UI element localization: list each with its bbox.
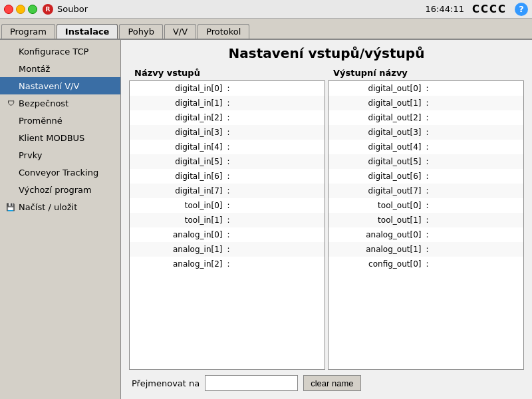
vychozi-icon — [5, 184, 16, 195]
outputs-scroll[interactable]: digital_out[0] : digital_out[1] : digita… — [329, 81, 523, 369]
input-row[interactable]: digital_in[0] : — [130, 81, 325, 96]
tab-program[interactable]: Program — [1, 24, 55, 39]
modbus-icon — [5, 132, 16, 143]
sidebar-label-vychozi-program: Výchozí program — [19, 185, 92, 195]
output-row[interactable]: analog_out[1] : — [329, 242, 523, 257]
sidebar-label-konfigurace-tcp: Konfigurace TCP — [19, 47, 88, 57]
io-row-name: digital_in[6] — [132, 172, 225, 181]
sidebar-item-nastaveni-vv[interactable]: Nastavení V/V — [0, 77, 120, 94]
content-area: Nastavení vstupů/výstupů Názvy vstupů di… — [121, 40, 532, 399]
outputs-section: Výstupní názvy digital_out[0] : digital_… — [328, 68, 524, 370]
io-row-name: digital_out[3] — [331, 128, 424, 137]
output-row[interactable]: digital_out[3] : — [329, 125, 523, 140]
output-row[interactable]: analog_out[0] : — [329, 227, 523, 242]
sidebar-label-nastaveni-vv: Nastavení V/V — [19, 81, 79, 91]
sidebar-label-promenne: Proměnné — [19, 116, 63, 126]
close-button[interactable] — [4, 5, 13, 14]
sidebar: Konfigurace TCP Montáž Nastavení V/V 🛡 B… — [0, 40, 121, 399]
io-row-name: digital_out[2] — [331, 113, 424, 122]
input-row[interactable]: analog_in[0] : — [130, 227, 325, 242]
rename-input[interactable] — [205, 375, 298, 391]
conveyor-icon — [5, 167, 16, 178]
sidebar-item-bezpecnost[interactable]: 🛡 Bezpečnost — [0, 94, 120, 112]
io-row-name: analog_out[1] — [331, 245, 424, 254]
input-row[interactable]: tool_in[1] : — [130, 213, 325, 227]
titlebar-right: 16:44:11 CCCC ? — [426, 3, 528, 16]
tab-pohyb[interactable]: Pohyb — [119, 24, 163, 39]
page-title: Nastavení vstupů/výstupů — [129, 45, 524, 61]
clear-name-button[interactable]: clear name — [303, 375, 360, 391]
tab-vv[interactable]: V/V — [164, 24, 196, 39]
vv-icon — [5, 80, 16, 91]
output-row[interactable]: digital_out[4] : — [329, 140, 523, 154]
io-row-name: config_out[0] — [331, 259, 424, 269]
maximize-button[interactable] — [28, 5, 37, 14]
sidebar-item-klient-modbus[interactable]: Klient MODBUS — [0, 129, 120, 146]
sidebar-item-prvky[interactable]: Prvky — [0, 146, 120, 164]
input-row[interactable]: digital_in[1] : — [130, 96, 325, 110]
tab-protokol[interactable]: Protokol — [198, 24, 249, 39]
promenne-icon — [5, 115, 16, 126]
io-row-name: digital_in[3] — [132, 128, 225, 137]
sidebar-label-conveyor-tracking: Conveyor Tracking — [19, 168, 98, 178]
sidebar-item-vychozi-program[interactable]: Výchozí program — [0, 181, 120, 198]
io-row-name: digital_in[1] — [132, 98, 225, 108]
sidebar-item-nacist-ulozit[interactable]: 💾 Načíst / uložit — [0, 198, 120, 215]
input-row[interactable]: analog_in[1] : — [130, 242, 325, 257]
io-row-name: digital_in[7] — [132, 186, 225, 196]
io-row-name: tool_in[1] — [132, 215, 225, 225]
io-row-name: analog_in[0] — [132, 230, 225, 239]
output-row[interactable]: digital_out[7] : — [329, 184, 523, 198]
help-button[interactable]: ? — [515, 3, 528, 16]
input-row[interactable]: digital_in[5] : — [130, 154, 325, 169]
io-row-name: digital_in[2] — [132, 113, 225, 122]
io-row-name: digital_in[0] — [132, 84, 225, 93]
save-icon: 💾 — [5, 201, 16, 212]
input-row[interactable]: digital_in[4] : — [130, 140, 325, 154]
sidebar-item-konfigurace-tcp[interactable]: Konfigurace TCP — [0, 43, 120, 60]
output-row[interactable]: tool_out[0] : — [329, 198, 523, 213]
connection-status: CCCC — [472, 3, 507, 15]
output-row[interactable]: config_out[0] : — [329, 257, 523, 271]
input-row[interactable]: digital_in[7] : — [130, 184, 325, 198]
output-row[interactable]: digital_out[5] : — [329, 154, 523, 169]
input-row[interactable]: digital_in[2] : — [130, 110, 325, 125]
sidebar-item-montaz[interactable]: Montáž — [0, 60, 120, 77]
tab-instalace[interactable]: Instalace — [57, 24, 118, 39]
io-row-name: analog_in[2] — [132, 259, 225, 269]
io-row-name: digital_out[5] — [331, 157, 424, 166]
sidebar-item-conveyor-tracking[interactable]: Conveyor Tracking — [0, 164, 120, 181]
sidebar-item-promenne[interactable]: Proměnné — [0, 112, 120, 129]
shield-icon: 🛡 — [5, 98, 16, 108]
sidebar-label-prvky: Prvky — [19, 150, 42, 160]
titlebar: R Soubor 16:44:11 CCCC ? — [0, 0, 532, 19]
sidebar-label-montaz: Montáž — [19, 64, 50, 74]
app-logo: R — [43, 4, 53, 15]
input-row[interactable]: digital_in[6] : — [130, 169, 325, 184]
output-row[interactable]: digital_out[1] : — [329, 96, 523, 110]
input-row[interactable]: analog_in[2] : — [130, 257, 325, 271]
rename-bar: Přejmenovat na clear name — [129, 370, 524, 394]
output-row[interactable]: tool_out[1] : — [329, 213, 523, 227]
io-row-name: tool_out[1] — [331, 215, 424, 225]
sidebar-label-nacist-ulozit: Načíst / uložit — [19, 202, 77, 212]
input-row[interactable]: tool_in[0] : — [130, 198, 325, 213]
clock: 16:44:11 — [426, 4, 464, 14]
input-row[interactable]: digital_in[3] : — [130, 125, 325, 140]
io-row-name: digital_out[4] — [331, 142, 424, 152]
inputs-title: Názvy vstupů — [129, 68, 325, 78]
io-row-name: tool_out[0] — [331, 201, 424, 210]
io-row-name: digital_in[5] — [132, 157, 225, 166]
io-row-name: tool_in[0] — [132, 201, 225, 210]
io-columns: Názvy vstupů digital_in[0] : digital_in[… — [129, 68, 524, 370]
tab-bar: Program Instalace Pohyb V/V Protokol — [0, 19, 532, 40]
output-row[interactable]: digital_out[0] : — [329, 81, 523, 96]
minimize-button[interactable] — [16, 5, 25, 14]
io-row-name: digital_in[4] — [132, 142, 225, 152]
io-row-name: analog_in[1] — [132, 245, 225, 254]
outputs-scroll-container: digital_out[0] : digital_out[1] : digita… — [328, 80, 524, 370]
output-row[interactable]: digital_out[2] : — [329, 110, 523, 125]
output-row[interactable]: digital_out[6] : — [329, 169, 523, 184]
inputs-scroll[interactable]: digital_in[0] : digital_in[1] : digital_… — [130, 81, 325, 369]
io-row-name: digital_out[6] — [331, 172, 424, 181]
